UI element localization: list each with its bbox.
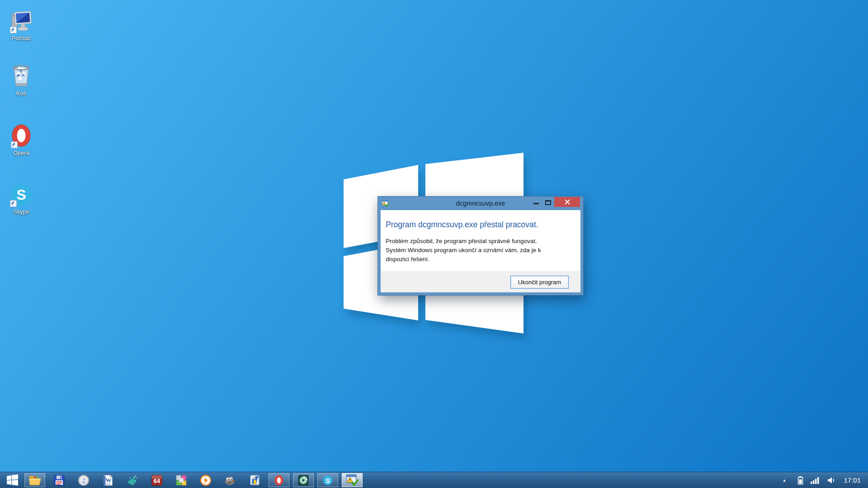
start-button[interactable] — [4, 473, 21, 487]
close-button[interactable] — [554, 197, 580, 207]
dialog-message: Problém způsobil, že program přestal spr… — [386, 237, 550, 264]
taskbar-item-tool-64[interactable]: 64 — [146, 473, 167, 487]
floppy-disk-icon — [53, 474, 65, 486]
taskbar-item-image-viewer[interactable] — [171, 473, 192, 487]
maximize-icon — [545, 200, 551, 205]
system-tray: ▲ 17:01 — [783, 472, 868, 488]
scattered-cubes-icon — [127, 474, 138, 486]
shortcut-arrow-icon — [11, 141, 18, 148]
svg-text:64: 64 — [154, 477, 160, 484]
desktop-icon-label: Skype — [13, 209, 29, 215]
cd-disc-icon — [297, 474, 309, 486]
taskbar-item-crash-dialog-app[interactable] — [342, 473, 363, 487]
desktop-icon-label: Koš — [16, 90, 26, 97]
word-document-icon: W — [103, 474, 113, 486]
music-note-circle-icon: ♫ — [78, 474, 90, 486]
maximize-button[interactable] — [542, 197, 554, 207]
close-program-button[interactable]: Ukončit program — [510, 276, 569, 289]
taskbar-item-gimp[interactable] — [220, 473, 241, 487]
svg-text:W: W — [106, 477, 112, 483]
shortcut-arrow-icon — [10, 200, 17, 207]
dialog-footer: Ukončit program — [381, 272, 580, 292]
gimp-wilber-icon — [224, 474, 236, 486]
program-compatibility-icon — [382, 200, 389, 209]
dialog-heading: Program dcgmncsuvp.exe přestal pracovat. — [386, 220, 574, 230]
taskbar-item-defrag-tool[interactable] — [122, 473, 143, 487]
svg-text:S: S — [16, 187, 26, 203]
taskbar-item-skype[interactable]: S — [317, 473, 338, 487]
red-64-icon: 64 — [151, 474, 163, 486]
svg-text:S: S — [326, 476, 330, 484]
taskbar-item-opera-browser[interactable] — [269, 473, 289, 487]
opera-icon — [10, 122, 33, 148]
windows-logo-icon — [7, 474, 18, 486]
taskbar-item-file-explorer[interactable] — [24, 473, 45, 487]
show-hidden-icons-button[interactable]: ▲ — [783, 478, 787, 483]
error-dialog-window: dcgmncsuvp.exe Program dcgmncsuvp.exe př… — [378, 197, 583, 295]
computer-icon — [9, 7, 33, 33]
opera-ring-icon — [273, 474, 285, 486]
minimize-button[interactable] — [530, 197, 542, 207]
shortcut-arrow-icon — [10, 27, 17, 33]
parrot-icon — [249, 474, 260, 486]
desktop-icon-pocitac[interactable]: Počítač — [4, 7, 39, 42]
desktop-icon-label: Opera — [13, 150, 29, 156]
desktop-icon-opera[interactable]: Opera — [4, 122, 39, 156]
skype-circle-icon: S — [322, 474, 334, 486]
program-compatibility-icon — [346, 474, 359, 487]
volume-speaker-icon[interactable] — [827, 476, 837, 484]
taskbar-item-disc-tool[interactable] — [293, 473, 314, 487]
folder-icon — [28, 475, 41, 486]
lightning-bolt-icon — [200, 474, 212, 486]
minimize-icon — [533, 203, 539, 204]
colored-panes-icon — [175, 474, 187, 486]
taskbar: ♫ W — [0, 472, 868, 488]
taskbar-item-floppy-tool[interactable] — [49, 473, 70, 487]
skype-icon: S — [9, 181, 33, 207]
taskbar-item-lightning-tool[interactable] — [195, 473, 216, 487]
recycle-bin-icon — [9, 62, 34, 89]
battery-icon[interactable] — [797, 476, 803, 485]
dialog-titlebar[interactable]: dcgmncsuvp.exe — [378, 197, 583, 210]
desktop-icon-label: Počítač — [11, 35, 31, 42]
desktop-icon-skype[interactable]: S Skype — [4, 181, 39, 215]
taskbar-item-word-processor[interactable]: W — [98, 473, 118, 487]
taskbar-item-parrot-tool[interactable] — [244, 473, 265, 487]
svg-text:♫: ♫ — [81, 478, 86, 484]
network-signal-icon[interactable] — [810, 476, 820, 484]
taskbar-item-media-player[interactable]: ♫ — [73, 473, 94, 487]
desktop-icon-kos[interactable]: Koš — [4, 62, 39, 97]
close-icon — [565, 199, 570, 205]
taskbar-clock[interactable]: 17:01 — [844, 476, 861, 484]
